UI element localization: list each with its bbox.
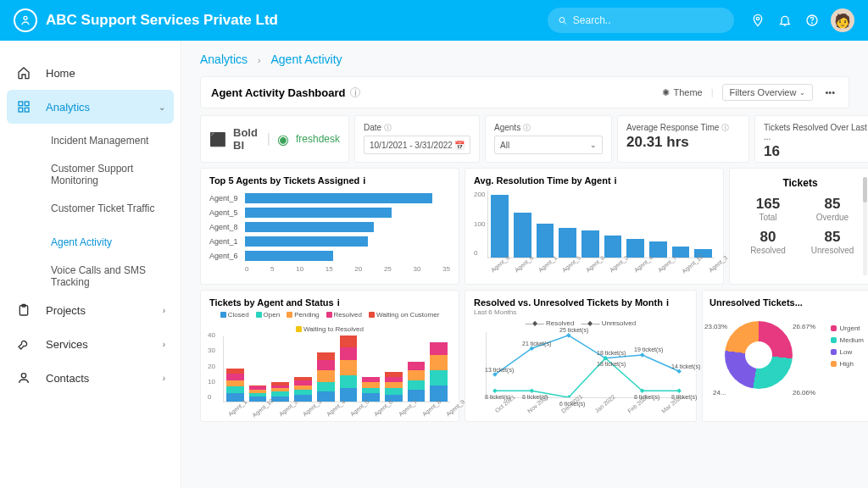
sub-voice-calls[interactable]: Voice Calls and SMS Tracking (0, 259, 181, 293)
sidebar: Home Analytics ⌄ Incident Management Cus… (0, 41, 181, 488)
app-header: ABC Support Services Private Ltd 🧑 (0, 0, 868, 41)
nav-projects[interactable]: Projects › (0, 293, 181, 327)
wrench-icon (15, 337, 32, 351)
chevron-down-icon: ⌄ (159, 103, 165, 112)
svg-rect-16 (640, 352, 645, 358)
search-icon (558, 15, 568, 26)
sub-support-monitoring[interactable]: Customer Support Monitoring (0, 158, 181, 191)
svg-rect-5 (19, 102, 23, 106)
kpi-resolved: Tickets Resolved Over Last ...i 16 (754, 115, 868, 163)
brand-card: ⬛Bold BI | ◉freshdesk (200, 115, 349, 163)
nav-home[interactable]: Home (0, 56, 181, 90)
info-icon[interactable]: i (337, 297, 340, 308)
main-content: Analytics › Agent Activity Agent Activit… (181, 41, 868, 488)
filters-overview-button[interactable]: Filters Overview ⌄ (722, 84, 814, 101)
info-icon[interactable]: i (350, 87, 360, 97)
sub-incident[interactable]: Incident Management (0, 124, 181, 158)
chart-top5-agents: Top 5 Agents by Tickets Assignedi Agent_… (200, 168, 459, 285)
svg-point-11 (21, 374, 25, 378)
info-icon[interactable]: i (363, 175, 365, 186)
date-range-input[interactable]: 10/1/2021 - 3/31/2022📅 (364, 136, 470, 154)
nav-label: Services (46, 338, 88, 351)
info-icon[interactable]: i (615, 175, 617, 186)
svg-rect-8 (25, 108, 29, 112)
info-icon[interactable]: i (666, 297, 669, 308)
svg-rect-17 (676, 369, 682, 374)
agents-select[interactable]: All⌄ (494, 136, 603, 154)
info-icon[interactable]: i (721, 124, 729, 131)
crumb-analytics[interactable]: Analytics (200, 53, 248, 66)
chart-resolved-unresolved: Resolved vs. Unresolved Tickets by Month… (465, 290, 697, 422)
tickets-title: Tickets (738, 177, 862, 189)
chart-avg-resolution: Avg. Resolution Time by Agenti 2001000 A… (465, 168, 724, 285)
sub-agent-activity[interactable]: Agent Activity (0, 225, 181, 259)
chevron-right-icon: › (258, 55, 261, 65)
svg-point-2 (756, 17, 759, 19)
svg-rect-7 (19, 108, 23, 112)
home-icon (15, 66, 32, 80)
crumb-current: Agent Activity (270, 53, 342, 66)
svg-point-0 (24, 16, 27, 19)
chevron-right-icon: › (163, 306, 165, 315)
info-icon[interactable]: i (523, 124, 531, 131)
chart-by-status: Tickets by Agent and Statusi ClosedOpenP… (200, 290, 459, 422)
svg-point-4 (812, 23, 813, 24)
dashboard-header: Agent Activity Dashboard i ✺ Theme | Fil… (200, 76, 849, 108)
chevron-down-icon: ⌄ (590, 141, 597, 149)
chevron-down-icon: ⌄ (799, 89, 805, 97)
chart-unresolved-pie: Unresolved Tickets... UrgentMediumLowHig… (702, 290, 868, 422)
company-logo-icon (14, 8, 37, 32)
svg-rect-6 (25, 102, 29, 106)
company-title: ABC Support Services Private Ltd (46, 12, 278, 29)
bell-icon[interactable] (771, 7, 798, 34)
breadcrumb: Analytics › Agent Activity (200, 53, 849, 66)
theme-toggle[interactable]: ✺ Theme (662, 87, 702, 98)
location-icon[interactable] (744, 7, 771, 34)
nav-label: Contacts (46, 372, 89, 385)
date-filter-card: Datei 10/1/2021 - 3/31/2022📅 (354, 115, 480, 163)
nav-contacts[interactable]: Contacts › (0, 361, 181, 395)
agents-filter-card: Agentsi All⌄ (485, 115, 612, 163)
global-search[interactable] (548, 8, 734, 33)
search-input[interactable] (573, 14, 724, 26)
svg-point-1 (559, 17, 565, 22)
grid-icon (15, 100, 32, 114)
avatar[interactable]: 🧑 (831, 8, 854, 32)
nav-label: Projects (46, 304, 86, 317)
tickets-summary-card: Tickets 165Total 85Overdue 80Resolved 85… (729, 168, 868, 285)
scrollbar-thumb[interactable] (863, 177, 867, 202)
help-icon[interactable] (798, 7, 826, 34)
nav-label: Home (46, 67, 75, 80)
sub-ticket-traffic[interactable]: Customer Ticket Traffic (0, 191, 181, 225)
chevron-right-icon: › (163, 374, 165, 383)
user-icon (15, 371, 32, 385)
chevron-right-icon: › (163, 340, 165, 349)
calendar-icon: 📅 (454, 141, 465, 150)
nav-analytics[interactable]: Analytics ⌄ (7, 90, 174, 124)
info-icon[interactable]: i (384, 124, 392, 131)
nav-services[interactable]: Services › (0, 327, 181, 361)
svg-rect-19 (530, 389, 535, 394)
donut-chart (725, 321, 793, 389)
svg-rect-18 (492, 389, 498, 394)
more-menu-icon[interactable]: ••• (821, 87, 838, 97)
dashboard-title: Agent Activity Dashboard (211, 86, 345, 99)
clipboard-icon (15, 303, 32, 317)
kpi-value: 16 (764, 143, 868, 160)
kpi-value: 20.31 hrs (626, 134, 740, 151)
nav-label: Analytics (46, 101, 90, 114)
kpi-avg-response: Average Response Timei 20.31 hrs (617, 115, 749, 163)
